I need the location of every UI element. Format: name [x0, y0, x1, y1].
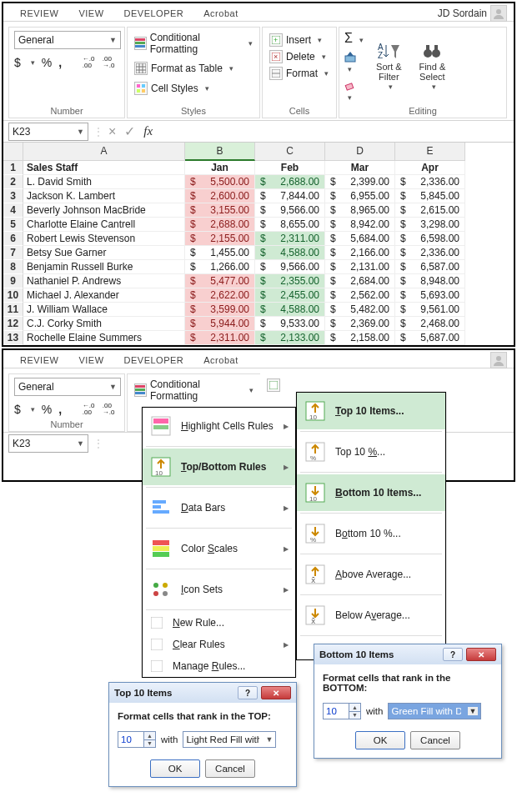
cell-mar[interactable]: $5,684.00 [325, 232, 395, 246]
cell-name[interactable]: Benjamin Russell Burke [23, 260, 185, 274]
header-apr[interactable]: Apr [395, 161, 465, 175]
cell-apr[interactable]: $2,468.00 [395, 317, 465, 331]
tab-developer-2[interactable]: DEVELOPER [114, 353, 194, 367]
name-box-2[interactable]: K23 ▼ [8, 434, 88, 453]
cell-apr[interactable]: $3,298.00 [395, 218, 465, 232]
insert-icon-2[interactable] [267, 378, 280, 392]
user-avatar-icon-2[interactable] [490, 352, 507, 368]
fill-icon[interactable]: ▾ [344, 51, 364, 74]
autosum-icon[interactable]: Σ ▾ [344, 31, 364, 46]
row-header[interactable]: 12 [3, 317, 23, 331]
cell-apr[interactable]: $9,561.00 [395, 303, 465, 317]
format-button[interactable]: Format▾ [268, 66, 331, 81]
increase-decimal-icon[interactable]: ←.0.00 [82, 56, 95, 69]
cell-apr[interactable]: $5,693.00 [395, 288, 465, 303]
clear-icon[interactable]: ▾ [344, 79, 364, 103]
fx-icon[interactable]: fx [143, 124, 153, 138]
cell-apr[interactable]: $6,598.00 [395, 232, 465, 246]
conditional-formatting-button[interactable]: Conditional Formatting ▾ [133, 31, 254, 56]
percent-button[interactable]: % [42, 56, 52, 69]
menu-top-bottom[interactable]: 10 Top/Bottom Rules ▶ [143, 449, 295, 484]
cell-apr[interactable]: $2,336.00 [395, 246, 465, 260]
cell-feb[interactable]: $7,844.00 [255, 189, 325, 203]
row-header[interactable]: 10 [3, 288, 23, 303]
cell-apr[interactable]: $6,587.00 [395, 260, 465, 274]
cell-apr[interactable]: $2,615.00 [395, 203, 465, 218]
decrease-decimal-icon-2[interactable]: .00→.0 [102, 403, 115, 416]
col-header-B[interactable]: B [185, 143, 255, 161]
cell-apr[interactable]: $5,845.00 [395, 189, 465, 203]
select-all-corner[interactable] [3, 143, 23, 161]
cell-jan[interactable]: $2,155.00 [185, 232, 255, 246]
cell-name[interactable]: Rochelle Elaine Summers [23, 331, 185, 345]
submenu-bottom10-items[interactable]: 10 Bottom 10 Items... [297, 474, 445, 484]
cell-feb[interactable]: $2,688.00 [255, 175, 325, 189]
cell-name[interactable]: J. William Wallace [23, 303, 185, 317]
tab-acrobat-2[interactable]: Acrobat [193, 353, 248, 367]
comma-button-2[interactable]: , [58, 403, 62, 416]
name-box[interactable]: K23 ▼ [8, 123, 88, 141]
cell-mar[interactable]: $8,965.00 [325, 203, 395, 218]
cell-jan[interactable]: $5,500.00 [185, 175, 255, 189]
cell-mar[interactable]: $2,399.00 [325, 175, 395, 189]
cell-mar[interactable]: $6,955.00 [325, 189, 395, 203]
cell-jan[interactable]: $1,266.00 [185, 260, 255, 274]
cell-feb[interactable]: $2,311.00 [255, 232, 325, 246]
cell-mar[interactable]: $2,369.00 [325, 317, 395, 331]
tab-review-2[interactable]: REVIEW [10, 353, 68, 367]
spreadsheet-grid[interactable]: A B C D E 1 Sales Staff Jan Feb Mar Apr … [3, 142, 514, 345]
tab-review[interactable]: REVIEW [10, 7, 68, 20]
header-sales-staff[interactable]: Sales Staff [23, 161, 185, 175]
cell-apr[interactable]: $2,336.00 [395, 175, 465, 189]
cell-apr[interactable]: $8,948.00 [395, 274, 465, 288]
cell-feb[interactable]: $9,566.00 [255, 260, 325, 274]
cell-name[interactable]: Beverly Johnson MacBride [23, 203, 185, 218]
col-header-E[interactable]: E [395, 143, 465, 161]
header-jan[interactable]: Jan [185, 161, 255, 175]
row-header[interactable]: 11 [3, 303, 23, 317]
cell-feb[interactable]: $2,355.00 [255, 274, 325, 288]
cell-jan[interactable]: $2,688.00 [185, 218, 255, 232]
row-header[interactable]: 6 [3, 232, 23, 246]
cell-name[interactable]: Charlotte Elaine Cantrell [23, 218, 185, 232]
menu-highlight-cells[interactable]: Highlight Cells Rules ▶ [143, 408, 295, 444]
cell-feb[interactable]: $9,566.00 [255, 203, 325, 218]
header-feb[interactable]: Feb [255, 161, 325, 175]
row-header[interactable]: 1 [3, 161, 23, 175]
cell-name[interactable]: Nathaniel P. Andrews [23, 274, 185, 288]
tab-developer[interactable]: DEVELOPER [114, 7, 194, 20]
conditional-formatting-button-2[interactable]: Conditional Formatting ▾ [133, 378, 255, 403]
tab-view-2[interactable]: VIEW [68, 353, 113, 367]
cell-mar[interactable]: $2,684.00 [325, 274, 395, 288]
submenu-top10-percent[interactable]: % Top 10 %... [297, 434, 445, 470]
cell-jan[interactable]: $1,455.00 [185, 246, 255, 260]
cell-mar[interactable]: $2,131.00 [325, 260, 395, 274]
row-header[interactable]: 3 [3, 189, 23, 203]
decrease-decimal-icon[interactable]: .00→.0 [102, 56, 115, 69]
col-header-D[interactable]: D [325, 143, 395, 161]
row-header[interactable]: 7 [3, 246, 23, 260]
cell-mar[interactable]: $2,158.00 [325, 331, 395, 345]
cell-jan[interactable]: $2,311.00 [185, 331, 255, 345]
tab-acrobat[interactable]: Acrobat [193, 7, 248, 20]
cell-name[interactable]: Betsy Sue Garner [23, 246, 185, 260]
cell-feb[interactable]: $9,533.00 [255, 317, 325, 331]
cell-feb[interactable]: $4,588.00 [255, 246, 325, 260]
cell-apr[interactable]: $5,687.00 [395, 331, 465, 345]
cell-feb[interactable]: $8,655.00 [255, 218, 325, 232]
cell-jan[interactable]: $5,477.00 [185, 274, 255, 288]
cell-mar[interactable]: $8,942.00 [325, 218, 395, 232]
row-header[interactable]: 8 [3, 260, 23, 274]
cell-name[interactable]: L. David Smith [23, 175, 185, 189]
row-header[interactable]: 4 [3, 203, 23, 218]
col-header-C[interactable]: C [255, 143, 325, 161]
comma-button[interactable]: , [58, 56, 62, 69]
currency-button[interactable]: $ [14, 56, 21, 69]
cell-name[interactable]: Jackson K. Lambert [23, 189, 185, 203]
cell-mar[interactable]: $5,482.00 [325, 303, 395, 317]
row-header[interactable]: 13 [3, 331, 23, 345]
increase-decimal-icon-2[interactable]: ←.0.00 [82, 403, 95, 416]
number-format-select-2[interactable]: General ▼ [14, 378, 121, 396]
col-header-A[interactable]: A [23, 143, 185, 161]
cell-feb[interactable]: $4,588.00 [255, 303, 325, 317]
